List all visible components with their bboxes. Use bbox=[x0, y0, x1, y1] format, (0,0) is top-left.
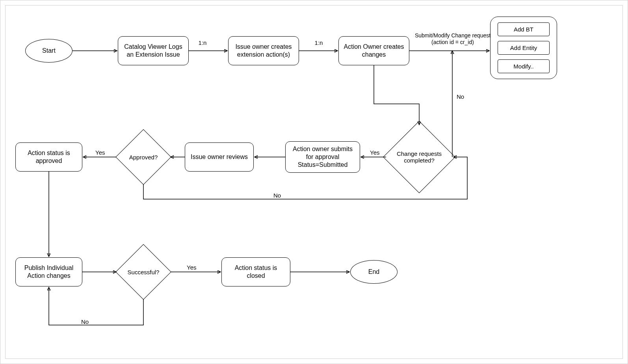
issue-review-label: Issue owner reviews bbox=[191, 153, 248, 161]
edge-label-yes-1: Yes bbox=[370, 149, 379, 156]
action-owner-node: Action Owner creates changes bbox=[338, 36, 409, 65]
edge-label-1n-2: 1:n bbox=[313, 39, 325, 46]
action-submit-node: Action owner submits for approval Status… bbox=[285, 141, 360, 173]
catalog-label: Catalog Viewer Logs an Extension Issue bbox=[121, 43, 185, 59]
action-submit-label: Action owner submits for approval Status… bbox=[289, 145, 357, 169]
edge-label-1n-1: 1:n bbox=[197, 39, 208, 46]
end-node: End bbox=[350, 260, 398, 284]
catalog-node: Catalog Viewer Logs an Extension Issue bbox=[118, 36, 189, 65]
start-label: Start bbox=[42, 47, 56, 55]
approved-status-node: Action status is approved bbox=[15, 142, 82, 172]
closed-node: Action status is closed bbox=[221, 257, 290, 286]
modify-item: Modify.. bbox=[498, 59, 550, 73]
successful-decision: Successful? bbox=[124, 252, 163, 292]
action-owner-label: Action Owner creates changes bbox=[342, 43, 406, 59]
approved-decision-label: Approved? bbox=[124, 137, 163, 177]
change-types-container: Add BT Add Entity Modify.. bbox=[490, 17, 557, 79]
add-entity-item: Add Entity bbox=[498, 41, 550, 55]
change-requests-decision: Change requests completed? bbox=[394, 131, 445, 183]
edge-label-yes-2: Yes bbox=[95, 149, 105, 156]
approved-status-label: Action status is approved bbox=[19, 149, 79, 165]
publish-label: Publish Individual Action changes bbox=[19, 264, 79, 280]
end-label: End bbox=[368, 268, 379, 276]
issue-creates-node: Issue owner creates extension action(s) bbox=[228, 36, 299, 65]
publish-node: Publish Individual Action changes bbox=[15, 257, 82, 286]
diagram-canvas: Start Catalog Viewer Logs an Extension I… bbox=[0, 0, 628, 364]
issue-creates-label: Issue owner creates extension action(s) bbox=[232, 43, 295, 59]
approved-decision: Approved? bbox=[124, 137, 163, 177]
edge-label-no-1: No bbox=[457, 93, 464, 100]
edge-label-submit: Submit/Modify Change request (action id … bbox=[413, 32, 492, 46]
start-node: Start bbox=[25, 39, 72, 63]
edge-label-no-2: No bbox=[273, 192, 281, 199]
closed-label: Action status is closed bbox=[225, 264, 287, 280]
add-bt-item: Add BT bbox=[498, 22, 550, 36]
successful-decision-label: Successful? bbox=[124, 252, 163, 292]
issue-review-node: Issue owner reviews bbox=[185, 142, 254, 172]
edge-label-yes-3: Yes bbox=[187, 264, 196, 271]
edge-label-no-3: No bbox=[81, 318, 89, 325]
change-requests-decision-label: Change requests completed? bbox=[394, 131, 445, 183]
diagram-frame: Start Catalog Viewer Logs an Extension I… bbox=[5, 5, 623, 359]
